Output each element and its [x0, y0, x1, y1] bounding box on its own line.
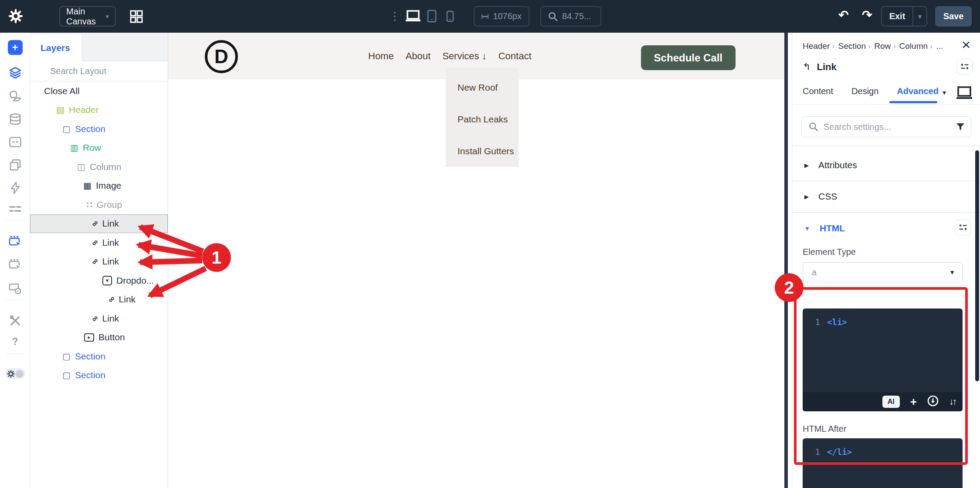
active-tab-underline	[889, 101, 937, 103]
editor-insert-icon[interactable]	[927, 395, 939, 408]
tree-item-icon: ▤	[56, 105, 64, 114]
add-element-button[interactable]: +	[0, 40, 30, 55]
zoom-control[interactable]: 84.75...	[540, 6, 601, 27]
grid-view-icon[interactable]	[130, 10, 143, 25]
inspector-scrollbar[interactable]	[975, 150, 979, 381]
dropdown-menu-item[interactable]: Install Gutters	[446, 135, 519, 167]
section-attributes[interactable]: ▶ Attributes	[804, 156, 857, 175]
html-before-editor[interactable]: 1 <li> AI + ↓↑	[803, 308, 963, 411]
breadcrumb-item[interactable]: Column	[899, 41, 928, 51]
tree-row[interactable]: ∞ Link	[30, 290, 168, 309]
tree-row[interactable]: ▾ Dropdo...	[30, 271, 168, 290]
tree-row[interactable]: ∷ Group	[30, 195, 168, 214]
inspector-tab[interactable]: Content	[803, 86, 833, 96]
builder-settings-gear-icon[interactable]	[9, 9, 23, 25]
tree-row[interactable]: ▢ Section	[30, 366, 168, 385]
pages-icon[interactable]	[0, 159, 30, 171]
layers-tabstrip: Layers	[30, 33, 168, 61]
ai-button[interactable]: AI	[882, 396, 900, 408]
tree-row[interactable]: ◫ Column	[30, 157, 168, 176]
inspector-tab[interactable]: Design	[851, 86, 878, 96]
site-logo[interactable]: D	[205, 40, 238, 73]
tree-row[interactable]: ∞ Link	[30, 214, 168, 234]
tree-row[interactable]: ∞ Link	[30, 309, 168, 328]
tree-row[interactable]: ▢ Section	[30, 119, 168, 139]
tree-item-label: Column	[90, 162, 121, 172]
nav-link[interactable]: Contact	[498, 51, 532, 62]
tree-item-label: Link	[102, 218, 119, 229]
settings-toggle[interactable]	[0, 368, 30, 379]
viewport-width-control[interactable]: 1076px	[474, 6, 529, 27]
tabs-device-icon[interactable]	[956, 86, 972, 102]
exit-chevron-down-icon[interactable]: ▾	[913, 13, 926, 20]
nav-link[interactable]: Home	[368, 51, 394, 62]
inspector-tab[interactable]: Advanced	[897, 86, 939, 96]
element-type-select[interactable]: a ▼	[803, 262, 963, 282]
inspector-tabs: Content Design Advanced	[803, 86, 939, 96]
breadcrumb-item[interactable]: Header	[803, 41, 830, 51]
dropdown-menu-item[interactable]: Patch Leaks	[446, 103, 519, 135]
media-library-icon[interactable]	[0, 282, 30, 295]
help-icon[interactable]: ?	[0, 336, 30, 348]
breadcrumb-item[interactable]: Row	[874, 41, 891, 51]
forms-icon[interactable]	[0, 137, 30, 147]
tree-row[interactable]: ∞ Link	[30, 233, 168, 252]
gear-icon	[7, 370, 15, 378]
tablet-breakpoint-icon[interactable]	[427, 10, 437, 24]
tree-item-icon: ▾	[102, 276, 112, 285]
tree-item-icon: ▢	[62, 352, 71, 361]
canvas-selector-dropdown[interactable]: Main Canvas ▾	[59, 6, 116, 27]
tree-row[interactable]: ▥ Row	[30, 139, 168, 158]
settings-search-input[interactable]	[824, 122, 951, 132]
tree-row[interactable]: ▢ Section	[30, 347, 168, 366]
editor-sort-icon[interactable]: ↓↑	[949, 396, 956, 407]
close-icon[interactable]: ×	[962, 36, 970, 53]
breadcrumb-item[interactable]: Section	[838, 41, 866, 51]
breadcrumb: Header › Section › Row › Column › ... ›	[803, 41, 943, 51]
tabs-chevron-down-icon[interactable]: ▾	[943, 88, 946, 97]
kebab-menu-icon[interactable]: ⋮	[389, 9, 400, 24]
caret-right-icon: ▶	[804, 162, 809, 169]
tree-item-icon: ▦	[83, 181, 92, 190]
tree-row[interactable]: ▸ Button	[30, 328, 168, 347]
breadcrumb-item-wrap: Column ›	[899, 41, 933, 51]
layers-panel-icon[interactable]	[0, 67, 30, 79]
tree-item-icon: ∞	[90, 237, 100, 248]
tree-row[interactable]: Close All	[30, 81, 168, 101]
undo-icon[interactable]: ↶	[838, 8, 848, 22]
design-library-icon[interactable]	[0, 90, 30, 102]
tree-row[interactable]: ▦ Image	[30, 176, 168, 196]
exit-button[interactable]: Exit ▾	[881, 6, 927, 27]
interactions-lightning-icon[interactable]	[0, 182, 30, 194]
html-section-presets-button[interactable]	[955, 220, 971, 235]
element-presets-button[interactable]	[956, 59, 973, 75]
desktop-breakpoint-icon[interactable]	[405, 10, 421, 24]
canvas-scrollbar[interactable]	[784, 33, 788, 488]
element-title-row: ↰ Link	[803, 61, 837, 73]
filter-icon[interactable]	[956, 123, 965, 131]
section-html[interactable]: ▼ HTML	[804, 219, 845, 238]
tree-item-label: Header	[69, 105, 99, 115]
tab-layers[interactable]: Layers	[30, 34, 82, 61]
breadcrumb-item[interactable]: ...	[936, 41, 943, 51]
editor-add-icon[interactable]: +	[910, 396, 917, 407]
layers-search-input[interactable]	[50, 66, 166, 76]
html-after-editor[interactable]: 1 </li>	[803, 438, 963, 488]
tree-row[interactable]: ▤ Header	[30, 101, 168, 120]
section-css[interactable]: ▶ CSS	[804, 187, 837, 206]
section-label: HTML	[820, 223, 845, 234]
global-settings-list-icon[interactable]	[0, 204, 30, 214]
select-mode-icon[interactable]	[0, 236, 30, 248]
tree-row[interactable]: ∞ Link	[30, 252, 168, 271]
save-button[interactable]: Save	[935, 6, 972, 27]
nav-link[interactable]: Services ↓	[442, 51, 486, 62]
database-icon[interactable]	[0, 113, 30, 125]
back-arrow-icon[interactable]: ↰	[803, 61, 810, 73]
tools-icon[interactable]	[0, 315, 30, 327]
phone-breakpoint-icon[interactable]	[446, 10, 454, 24]
select-mode-alt-icon[interactable]	[0, 259, 30, 271]
dropdown-menu-item[interactable]: New Roof	[446, 71, 519, 103]
schedule-call-button[interactable]: Schedule Call	[641, 45, 736, 70]
redo-icon[interactable]: ↷	[862, 8, 872, 22]
nav-link[interactable]: About	[406, 51, 431, 62]
